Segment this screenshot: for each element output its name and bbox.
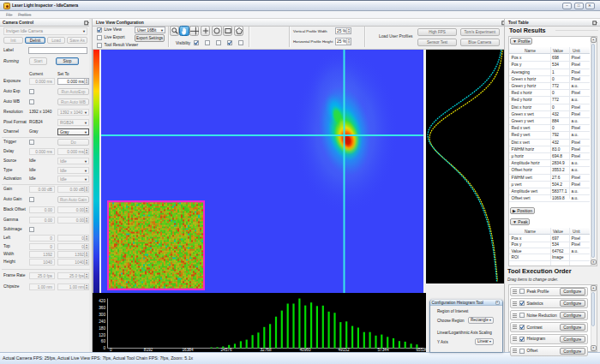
svg-text:60: 60	[101, 339, 106, 343]
svg-text:180: 180	[99, 326, 105, 331]
svg-text:120: 120	[99, 333, 105, 337]
svg-text:240: 240	[99, 319, 105, 324]
svg-text:300: 300	[99, 313, 105, 317]
svg-text:0: 0	[103, 346, 105, 350]
svg-text:420: 420	[99, 299, 105, 303]
svg-text:360: 360	[99, 306, 105, 310]
